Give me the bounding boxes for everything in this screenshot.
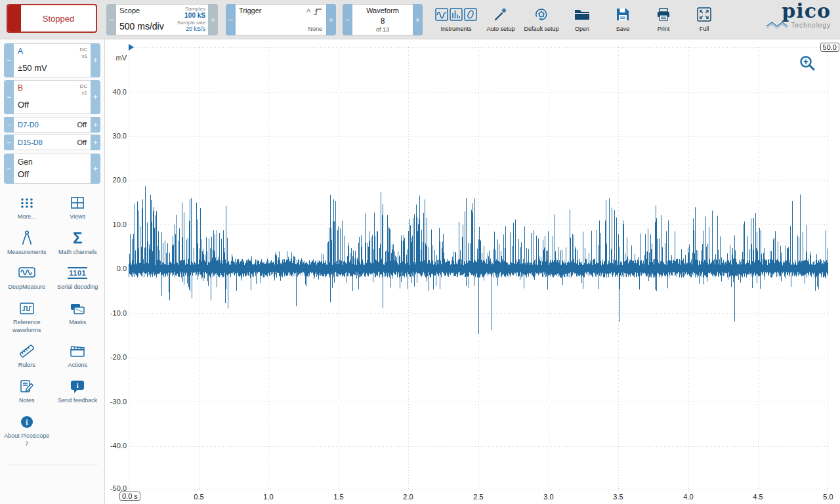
stopped-label: Stopped	[21, 5, 96, 32]
compass-icon	[21, 230, 33, 247]
d7-d0-plus-button[interactable]: +	[91, 117, 100, 133]
gen-panel[interactable]: Gen Off	[14, 154, 91, 184]
tool-grid: More... Views Measurem	[0, 194, 104, 448]
y-tick-label: -30.0	[105, 398, 127, 406]
d15-d8-panel[interactable]: D15-D8 Off	[14, 135, 91, 150]
trigger-plus-button[interactable]: +	[326, 4, 336, 35]
trigger-minus-button[interactable]: −	[226, 4, 236, 35]
tool-actions[interactable]: Actions	[53, 343, 102, 369]
tool-more[interactable]: More...	[3, 194, 51, 221]
channel-b-control: − B DC x1 Off +	[4, 80, 100, 114]
print-label: Print	[658, 26, 670, 32]
sample-rate-value: 20 kS/s	[177, 26, 205, 32]
channel-a-minus-button[interactable]: −	[4, 43, 14, 77]
waveform-plot[interactable]	[129, 47, 828, 490]
d15-d8-plus-button[interactable]: +	[91, 135, 100, 150]
start-stop-button[interactable]: Stopped	[7, 4, 97, 33]
gen-plus-button[interactable]: +	[91, 154, 100, 184]
generator-control: − Gen Off +	[4, 154, 100, 184]
d7-d0-minus-button[interactable]: −	[4, 117, 14, 133]
trigger-edge-icon	[313, 7, 322, 18]
tool-more-label: More...	[18, 213, 36, 221]
channel-b-minus-button[interactable]: −	[4, 80, 14, 114]
tool-measurements-label: Measurements	[7, 249, 47, 257]
scope-plus-button[interactable]: +	[208, 4, 218, 35]
trigger-mode: None	[308, 26, 322, 32]
instruments-button[interactable]: Instruments	[432, 3, 480, 37]
scope-panel[interactable]: Scope 500 ms/div Samples 100 kS Sample r…	[116, 4, 208, 35]
waveform-panel[interactable]: Waveform 8 of 13	[352, 4, 413, 35]
scope-control-group: − Scope 500 ms/div Samples 100 kS Sample…	[106, 4, 218, 35]
waveform-index: 8	[352, 16, 413, 26]
clapperboard-icon	[70, 343, 85, 360]
channel-a-name: A	[18, 47, 23, 56]
scope-minus-button[interactable]: −	[106, 4, 116, 35]
d15-d8-value: Off	[77, 138, 87, 146]
gen-value: Off	[18, 169, 29, 179]
zoom-magnifier-icon[interactable]	[799, 55, 816, 75]
instruments-label: Instruments	[440, 26, 471, 32]
full-screen-button[interactable]: Full	[684, 3, 724, 37]
feedback-bubble-icon: i	[70, 378, 85, 395]
channel-b-panel[interactable]: B DC x1 Off	[14, 80, 91, 114]
tool-serial-decoding[interactable]: 1101 Serial decoding	[53, 264, 102, 291]
x-tick-label: 2.5	[473, 493, 483, 501]
y-axis-scale-control[interactable]: 50.0	[820, 43, 839, 52]
channel-a-offset-marker[interactable]	[129, 44, 134, 51]
channel-b-name: B	[18, 83, 23, 93]
y-tick-label: 40.0	[105, 88, 127, 96]
channel-a-panel[interactable]: A DC x1 ±50 mV	[14, 43, 91, 77]
tool-measurements[interactable]: Measurements	[3, 230, 51, 257]
waveform-control-group: − Waveform 8 of 13 +	[343, 4, 423, 35]
channel-b-plus-button[interactable]: +	[91, 80, 100, 114]
sample-info: Samples 100 kS Sample rate 20 kS/s	[177, 6, 205, 32]
trigger-control-group: − Trigger A None +	[226, 4, 336, 35]
channel-a-coupling: DC	[79, 47, 87, 52]
default-setup-button[interactable]: Default setup	[521, 3, 562, 37]
channel-a-plus-button[interactable]: +	[91, 43, 100, 77]
reference-waveform-icon	[20, 300, 34, 317]
channel-b-probe: x1	[82, 90, 87, 96]
channel-b-coupling: DC	[79, 83, 87, 89]
tool-views[interactable]: Views	[53, 194, 102, 221]
scope-view: 50.0 mV 40.0 30.0 20.0 10.0 0.0 -10.0 -2…	[105, 39, 840, 504]
auto-setup-button[interactable]: Auto setup	[480, 3, 521, 37]
waveform-prev-button[interactable]: −	[343, 4, 352, 35]
save-icon	[616, 5, 630, 24]
y-tick-label: 0.0	[105, 264, 127, 272]
x-tick-label: 5.0	[823, 493, 833, 501]
tool-deepmeasure[interactable]: DeepMeasure	[3, 264, 51, 291]
print-button[interactable]: Print	[643, 3, 684, 37]
fullscreen-icon	[696, 5, 712, 24]
tool-send-feedback[interactable]: i Send feedback	[53, 378, 102, 405]
x-tick-label: 0.5	[194, 493, 203, 501]
gen-minus-button[interactable]: −	[4, 154, 14, 184]
tool-math-label: Math channels	[58, 249, 97, 257]
gen-name: Gen	[18, 158, 33, 167]
folder-icon	[574, 5, 591, 24]
tool-notes[interactable]: Notes	[3, 378, 51, 405]
save-button[interactable]: Save	[602, 3, 643, 37]
toolbar-icon-bar: Instruments Auto setup	[432, 3, 724, 37]
waveform-next-button[interactable]: +	[413, 4, 423, 35]
picoscope-app: Stopped − Scope 500 ms/div Samples 100 k…	[0, 0, 840, 504]
open-button[interactable]: Open	[562, 3, 602, 37]
tool-reference-waveforms[interactable]: Reference waveforms	[3, 300, 51, 334]
samples-value: 100 kS	[177, 12, 205, 20]
sidebar: − A DC x1 ±50 mV + − B DC x1 Off + − D7-…	[0, 39, 105, 504]
tool-math-channels[interactable]: Σ Math channels	[53, 230, 102, 257]
y-tick-label: -20.0	[105, 353, 127, 361]
tool-masks[interactable]: Masks	[53, 300, 102, 334]
trigger-panel[interactable]: Trigger A None	[236, 4, 326, 35]
sidebar-divider	[7, 465, 98, 465]
default-setup-label: Default setup	[524, 26, 558, 32]
auto-setup-label: Auto setup	[486, 26, 514, 32]
tool-views-label: Views	[70, 213, 85, 221]
timebase-value: 500 ms/div	[119, 21, 164, 32]
full-label: Full	[700, 26, 709, 32]
x-axis-scale-control[interactable]: 0.0 s	[119, 492, 140, 501]
tool-rulers[interactable]: Rulers	[3, 343, 51, 369]
d7-d0-panel[interactable]: D7-D0 Off	[14, 117, 91, 133]
tool-about[interactable]: i About PicoScope 7	[3, 413, 51, 448]
d15-d8-minus-button[interactable]: −	[4, 135, 14, 150]
